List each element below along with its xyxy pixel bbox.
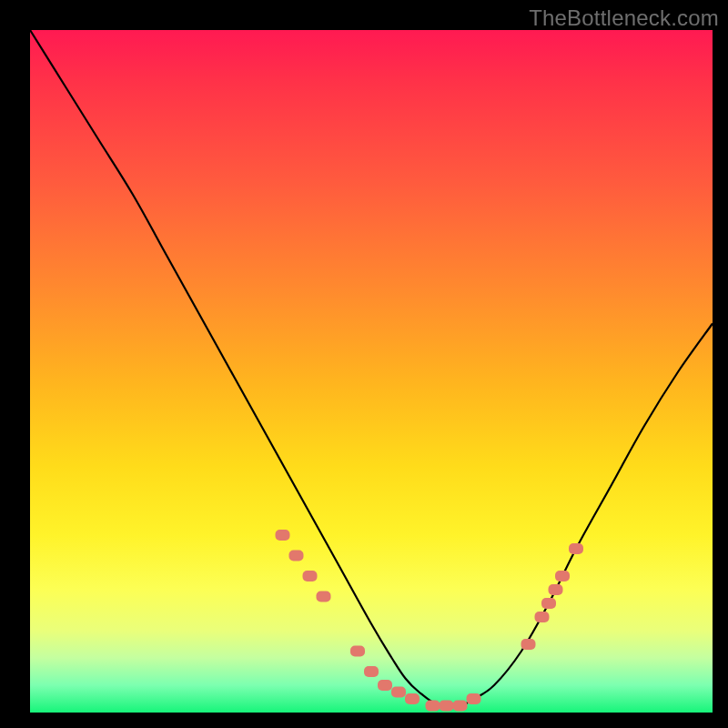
marker-point	[521, 639, 536, 650]
marker-point	[535, 612, 550, 622]
marker-point	[467, 693, 481, 704]
marker-point	[549, 584, 563, 595]
marker-point	[391, 687, 406, 698]
bottleneck-curve	[30, 30, 713, 707]
marker-point	[276, 530, 290, 541]
marker-point	[317, 592, 331, 602]
marker-point	[405, 693, 420, 704]
marker-point	[426, 701, 440, 712]
marker-point	[289, 551, 304, 561]
marker-point	[555, 571, 570, 581]
marker-point	[378, 680, 392, 691]
marker-point	[569, 543, 583, 554]
curve-layer	[30, 30, 713, 713]
plot-area	[30, 30, 713, 713]
marker-point	[453, 701, 468, 712]
marker-point	[350, 646, 365, 657]
watermark-text: TheBottleneck.com	[529, 5, 719, 31]
marker-group	[276, 530, 584, 712]
marker-point	[303, 571, 318, 581]
chart-frame: TheBottleneck.com	[0, 0, 728, 728]
marker-point	[541, 598, 556, 609]
marker-point	[364, 666, 379, 677]
marker-point	[440, 701, 454, 712]
